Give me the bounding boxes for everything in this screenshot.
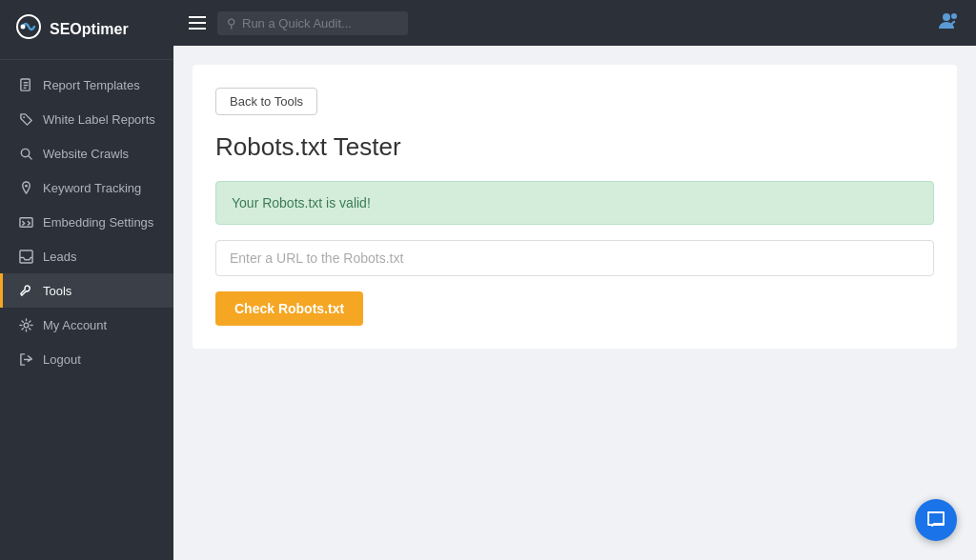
logout-icon — [18, 351, 33, 367]
svg-line-14 — [28, 223, 30, 225]
svg-rect-10 — [19, 217, 31, 226]
sidebar-item-report-templates[interactable]: Report Templates — [0, 68, 173, 102]
sidebar-item-white-label-reports[interactable]: White Label Reports — [0, 102, 173, 136]
sidebar-item-my-account[interactable]: My Account — [0, 308, 173, 342]
topbar: ⚲ — [173, 0, 976, 46]
user-icon[interactable] — [938, 11, 961, 35]
sidebar-item-label: Keyword Tracking — [43, 181, 141, 195]
svg-rect-15 — [19, 250, 31, 262]
sidebar-item-label: Report Templates — [43, 78, 140, 92]
sidebar-item-label: Leads — [43, 250, 76, 264]
quick-audit-search[interactable]: ⚲ — [217, 11, 408, 35]
content-area: Back to Tools Robots.txt Tester Your Rob… — [173, 46, 976, 560]
sidebar-item-leads[interactable]: Leads — [0, 239, 173, 273]
success-banner: Your Robots.txt is valid! — [215, 181, 934, 225]
sidebar-item-label: White Label Reports — [43, 112, 155, 127]
sidebar-item-label: Embedding Settings — [43, 215, 153, 230]
svg-point-9 — [25, 184, 28, 187]
svg-point-16 — [24, 323, 29, 328]
back-to-tools-button[interactable]: Back to Tools — [215, 88, 317, 115]
embed-icon — [18, 214, 33, 230]
sidebar-nav: Report Templates White Label Reports Web… — [0, 60, 173, 560]
logo-icon — [15, 13, 42, 46]
hamburger-button[interactable] — [189, 16, 206, 30]
sidebar-item-label: Logout — [43, 352, 81, 367]
page-title: Robots.txt Tester — [215, 132, 934, 162]
logo: SEOptimer — [0, 0, 173, 60]
pin-icon — [18, 180, 33, 195]
check-robots-button[interactable]: Check Robots.txt — [215, 291, 363, 326]
file-icon — [18, 77, 33, 92]
search-icon: ⚲ — [227, 16, 236, 30]
tag-icon — [18, 111, 33, 127]
svg-point-17 — [943, 13, 950, 21]
sidebar: SEOptimer Report Templates White Label R… — [0, 0, 173, 560]
search-input[interactable] — [242, 16, 385, 30]
url-input[interactable] — [215, 240, 934, 276]
chat-bubble-button[interactable] — [915, 499, 957, 541]
sidebar-item-label: Website Crawls — [43, 147, 129, 161]
svg-line-12 — [22, 223, 24, 225]
svg-line-8 — [28, 155, 30, 158]
sidebar-item-website-crawls[interactable]: Website Crawls — [0, 136, 173, 170]
svg-point-1 — [21, 25, 26, 30]
logo-text: SEOptimer — [50, 21, 129, 38]
main-card: Back to Tools Robots.txt Tester Your Rob… — [193, 65, 957, 349]
sidebar-item-tools[interactable]: Tools — [0, 273, 173, 308]
sidebar-item-label: My Account — [43, 318, 107, 332]
svg-point-6 — [23, 116, 25, 118]
sidebar-item-logout[interactable]: Logout — [0, 342, 173, 376]
search-icon — [18, 146, 33, 161]
inbox-icon — [18, 249, 33, 264]
svg-point-18 — [951, 13, 957, 19]
tools-icon — [18, 283, 33, 298]
gear-icon — [18, 317, 33, 332]
sidebar-item-embedding-settings[interactable]: Embedding Settings — [0, 205, 173, 239]
sidebar-item-label: Tools — [43, 284, 71, 298]
main: ⚲ Back to Tools Robots.txt Tester Your R… — [173, 0, 976, 560]
sidebar-item-keyword-tracking[interactable]: Keyword Tracking — [0, 170, 173, 205]
